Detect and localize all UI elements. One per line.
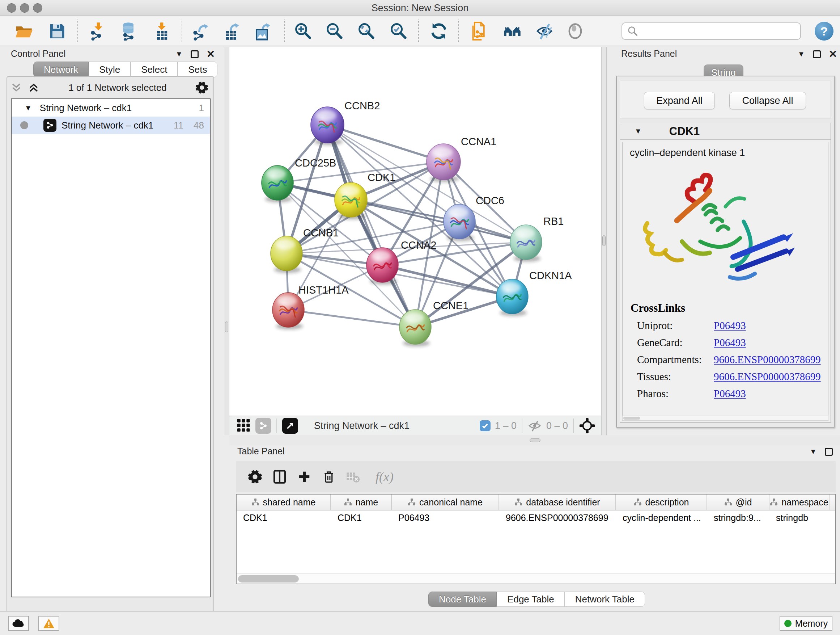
import-network-database-icon[interactable] xyxy=(119,21,139,41)
tab-network[interactable]: Network xyxy=(33,62,88,78)
pan-crosshair-icon[interactable] xyxy=(579,417,595,434)
left-splitter[interactable] xyxy=(224,47,229,435)
tissues-link[interactable]: 9606.ENSP00000378699 xyxy=(714,371,821,382)
node-table: shared namenamecanonical namedatabase id… xyxy=(236,494,836,584)
gear-icon[interactable] xyxy=(195,81,208,94)
tab-select[interactable]: Select xyxy=(131,62,178,78)
section-collapse-icon[interactable]: ▼ xyxy=(635,127,642,135)
pharos-link[interactable]: P06493 xyxy=(714,388,746,399)
delete-column-icon[interactable] xyxy=(320,468,338,486)
tab-edge-table[interactable]: Edge Table xyxy=(497,592,565,607)
panel-menu-icon[interactable]: ▼ xyxy=(175,50,183,58)
panel-menu-icon[interactable]: ▼ xyxy=(798,50,805,58)
float-panel-icon[interactable] xyxy=(825,448,833,456)
hide-panels-icon[interactable] xyxy=(534,21,554,41)
import-table-file-icon[interactable] xyxy=(152,21,172,41)
float-panel-icon[interactable] xyxy=(813,50,821,58)
node-label-rb1: RB1 xyxy=(543,215,564,227)
column-header-shared-name[interactable]: shared name xyxy=(237,494,331,510)
column-header-name[interactable]: name xyxy=(331,494,392,510)
table-hscrollbar[interactable] xyxy=(237,573,835,584)
help-button[interactable]: ? xyxy=(815,22,834,41)
network-type-icon[interactable] xyxy=(256,418,271,434)
float-panel-icon[interactable] xyxy=(191,50,199,58)
show-panels-icon[interactable] xyxy=(565,21,585,41)
open-in-window-icon[interactable] xyxy=(282,418,298,434)
refresh-view-icon[interactable] xyxy=(429,21,449,41)
save-session-icon[interactable] xyxy=(47,21,67,41)
table-options-gear-icon[interactable] xyxy=(246,468,264,486)
show-columns-icon[interactable] xyxy=(271,468,289,486)
table-cell[interactable]: cyclin-dependent ... xyxy=(616,510,707,526)
network-edge[interactable] xyxy=(288,310,415,327)
zoom-fit-icon[interactable] xyxy=(356,21,377,41)
export-table-icon[interactable] xyxy=(221,21,242,41)
network-node-cdkn1a[interactable] xyxy=(496,279,528,316)
import-network-file-icon[interactable] xyxy=(88,21,109,41)
network-node-cdc6[interactable] xyxy=(444,204,475,241)
cloud-status-button[interactable] xyxy=(8,616,29,631)
tab-network-table[interactable]: Network Table xyxy=(565,592,645,607)
export-network-icon[interactable] xyxy=(191,21,211,41)
network-node-ccna2[interactable] xyxy=(366,248,398,285)
string-results-box: Expand All Collapse All ▼ CDK1 cyclin–de… xyxy=(616,76,835,428)
column-header-canonical-name[interactable]: canonical name xyxy=(392,494,499,510)
home-icon[interactable] xyxy=(502,21,523,41)
collapse-all-icon[interactable] xyxy=(10,81,22,94)
protein-section-header[interactable]: ▼ CDK1 xyxy=(620,123,831,140)
column-header-namespace[interactable]: namespace xyxy=(769,494,829,510)
tab-node-table[interactable]: Node Table xyxy=(428,592,497,607)
results-scrollbar[interactable] xyxy=(622,416,829,421)
tree-expand-icon[interactable]: ▼ xyxy=(25,104,32,112)
network-node-hist1h1a[interactable] xyxy=(272,293,304,329)
uniprot-link[interactable]: P06493 xyxy=(714,320,746,331)
edges-layer xyxy=(278,125,526,327)
zoom-selected-icon[interactable] xyxy=(388,21,409,41)
tab-style[interactable]: Style xyxy=(88,62,131,78)
column-header-database-identifier[interactable]: database identifier xyxy=(499,494,616,510)
collapse-all-button[interactable]: Collapse All xyxy=(729,92,806,109)
network-edge[interactable] xyxy=(327,125,415,327)
import-string-network-icon[interactable] xyxy=(470,21,490,41)
open-session-icon[interactable] xyxy=(14,21,34,41)
network-node-rb1[interactable] xyxy=(510,225,542,262)
warning-button[interactable] xyxy=(38,616,59,631)
table-cell[interactable]: 9606.ENSP00000378699 xyxy=(499,510,616,526)
network-view-dot-icon xyxy=(20,121,28,129)
selected-checkbox[interactable] xyxy=(480,420,491,431)
zoom-in-icon[interactable] xyxy=(293,21,313,41)
table-row[interactable]: CDK1CDK1P064939606.ENSP00000378699cyclin… xyxy=(237,510,835,526)
column-header--id[interactable]: @id xyxy=(707,494,769,510)
tab-sets[interactable]: Sets xyxy=(178,62,218,78)
table-cell[interactable]: CDK1 xyxy=(237,510,331,526)
table-cell[interactable]: stringdb xyxy=(769,510,829,526)
memory-button[interactable]: Memory xyxy=(780,616,832,631)
search-input[interactable] xyxy=(622,22,801,40)
network-node-ccnb1[interactable] xyxy=(271,236,302,273)
network-row[interactable]: String Network – cdk1 11 48 xyxy=(11,117,210,134)
network-collection-row[interactable]: ▼ String Network – cdk1 1 xyxy=(11,99,210,117)
expand-all-button[interactable]: Expand All xyxy=(644,92,715,109)
zoom-out-icon[interactable] xyxy=(325,21,345,41)
compartments-link[interactable]: 9606.ENSP00000378699 xyxy=(714,354,821,365)
network-canvas[interactable]: CCNB2CCNA1CDC25BCDK1CDC6RB1CCNB1CCNA2CDK… xyxy=(229,47,601,416)
birdseye-toggle-icon[interactable] xyxy=(236,417,252,434)
genecard-link[interactable]: P06493 xyxy=(714,337,746,348)
column-header-description[interactable]: description xyxy=(616,494,707,510)
network-edge[interactable] xyxy=(327,125,444,162)
table-cell[interactable]: P06493 xyxy=(392,510,499,526)
close-panel-icon[interactable]: ✕ xyxy=(207,51,215,58)
network-node-ccna1[interactable] xyxy=(426,144,461,182)
network-node-cdc25b[interactable] xyxy=(262,165,294,203)
control-panel: Control Panel ▼ ✕ Network Style Select S… xyxy=(0,47,224,611)
expand-all-icon[interactable] xyxy=(27,81,40,94)
table-cell[interactable]: CDK1 xyxy=(331,510,392,526)
table-cell[interactable]: stringdb:9... xyxy=(707,510,769,526)
export-image-icon[interactable] xyxy=(253,21,273,41)
right-splitter[interactable] xyxy=(601,47,607,435)
close-panel-icon[interactable]: ✕ xyxy=(829,51,837,58)
network-node-ccne1[interactable] xyxy=(399,310,431,347)
panel-menu-icon[interactable]: ▼ xyxy=(810,448,817,456)
horizontal-splitter[interactable] xyxy=(229,435,840,445)
add-column-icon[interactable] xyxy=(295,468,313,486)
